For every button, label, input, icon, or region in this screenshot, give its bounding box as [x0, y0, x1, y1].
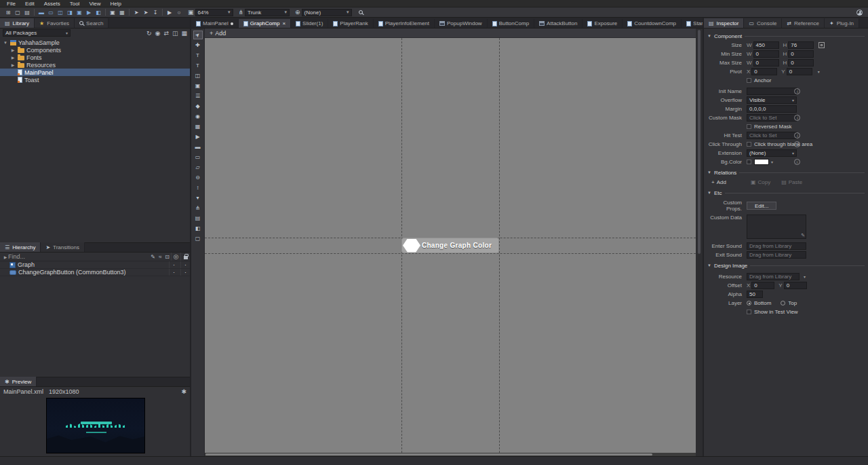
exit-sound-field[interactable]: Drag from Library — [747, 251, 806, 259]
extension-dropdown[interactable]: (None) ▾ — [747, 149, 797, 157]
insert-image-icon[interactable]: ▣ — [75, 8, 84, 16]
publish-icon[interactable]: ➤ — [132, 8, 141, 16]
size-w-field[interactable]: 450 — [753, 41, 779, 49]
pivot-y-field[interactable]: 0 — [787, 68, 812, 75]
package-filter-dropdown[interactable]: All Packages ▾ — [3, 29, 71, 37]
chevron-right-icon[interactable]: ▶ — [10, 62, 16, 67]
design-canvas[interactable]: Change Graph Color — [205, 38, 696, 453]
search-icon[interactable] — [359, 9, 363, 16]
enter-sound-field[interactable]: Drag from Library — [747, 242, 806, 250]
fullscreen-icon[interactable] — [818, 42, 825, 48]
bg-color-checkbox[interactable] — [747, 160, 751, 164]
progressbar-tool-icon[interactable]: ▱ — [193, 163, 203, 172]
section-component[interactable]: ▼ Component — [707, 31, 865, 41]
locate-icon[interactable]: ◉ — [155, 30, 161, 37]
tree-tool-icon[interactable]: ⋔ — [193, 204, 203, 212]
doc-tab-countdowncomp[interactable]: CountdownComp — [623, 19, 682, 28]
list-tool-icon[interactable]: ☰ — [193, 92, 203, 100]
lock-toggle[interactable]: · — [180, 261, 190, 268]
menu-tool[interactable]: Tool — [65, 1, 85, 7]
doc-tab-attackbutton[interactable]: AttackButton — [534, 19, 583, 28]
stop-loop-icon[interactable]: ○ — [174, 8, 184, 16]
tree-item-mainpanel[interactable]: MainPanel — [0, 69, 190, 76]
new-package-icon[interactable]: ⊞ — [3, 8, 13, 16]
combobox-tool-icon[interactable]: ▾ — [193, 193, 203, 202]
edit-icon[interactable]: ✎ — [801, 233, 805, 238]
slider-tool-icon[interactable]: ⊖ — [193, 173, 203, 182]
paste-relations-button[interactable]: ▤ Paste — [781, 179, 802, 185]
add-button[interactable]: Add — [215, 30, 226, 37]
scrollbar-thumb[interactable] — [205, 453, 652, 455]
overflow-dropdown[interactable]: Visible ▾ — [747, 96, 797, 104]
offset-x-field[interactable]: 0 — [751, 282, 774, 289]
zoom-level-dropdown[interactable]: 64% ▾ — [195, 9, 233, 16]
doc-tab-playerrank[interactable]: PlayerRank — [328, 19, 373, 28]
image-tool-icon[interactable]: ▣ — [193, 81, 203, 90]
doc-tab-startgame[interactable]: StartGame — [682, 19, 703, 28]
edit-icon[interactable]: ✎ — [151, 254, 155, 260]
section-etc[interactable]: ▼ Etc — [707, 188, 865, 198]
chevron-down-icon[interactable]: ▾ — [771, 160, 773, 164]
menu-help[interactable]: Help — [106, 1, 126, 7]
chevron-down-icon[interactable]: ▾ — [804, 274, 806, 279]
pivot-x-field[interactable]: 0 — [751, 68, 777, 75]
find-input[interactable]: Find... — [8, 253, 25, 260]
tab-search[interactable]: Search — [75, 18, 108, 28]
canvas-horizontal-scrollbar[interactable] — [205, 453, 696, 456]
richlist-tool-icon[interactable]: ▤ — [193, 214, 203, 223]
refresh-icon[interactable]: ↻ — [146, 30, 152, 37]
text-tool-icon[interactable]: T — [193, 51, 203, 60]
max-size-w-field[interactable]: 0 — [753, 59, 779, 67]
copy-relations-button[interactable]: ▣ Copy — [751, 179, 770, 185]
chevron-right-icon[interactable]: ▶ — [3, 255, 8, 259]
section-relations[interactable]: ▼ Relations — [707, 168, 865, 177]
insert-movieclip-icon[interactable]: ▶ — [84, 8, 94, 16]
select-tool-icon[interactable]: ➤ — [193, 31, 203, 39]
tree-item-resources[interactable]: ▶Resources — [0, 61, 190, 69]
window-tool-icon[interactable]: ▢ — [193, 234, 203, 243]
locale-dropdown[interactable]: (None) ▾ — [302, 9, 352, 16]
group-tool-icon[interactable]: ▦ — [193, 122, 203, 131]
loader-tool-icon[interactable]: ◉ — [193, 112, 203, 121]
export-icon[interactable]: ↧ — [151, 8, 160, 16]
size-h-field[interactable]: 76 — [788, 41, 814, 49]
reversed-mask-checkbox[interactable] — [747, 124, 751, 129]
tab-preview[interactable]: ✱ Preview — [0, 377, 37, 386]
graph-tool-icon[interactable]: ◆ — [193, 102, 203, 111]
min-size-h-field[interactable]: 0 — [788, 50, 814, 58]
chevron-down-icon[interactable]: ▾ — [818, 69, 820, 74]
section-design-image[interactable]: ▼ Design Image — [707, 261, 865, 270]
insert-slider-icon[interactable]: ◨ — [65, 8, 75, 16]
edit-custom-props-button[interactable]: Edit... — [747, 202, 776, 210]
add-relation-button[interactable]: + Add — [711, 179, 726, 185]
insert-component-icon[interactable]: ◧ — [94, 8, 103, 16]
hierarchy-row[interactable]: Graph·· — [0, 261, 190, 269]
curve-icon[interactable]: ≈ — [159, 254, 161, 260]
doc-tab-popupwindow[interactable]: PopupWindow — [435, 19, 488, 28]
layer-top-radio[interactable] — [781, 301, 785, 305]
richtext-tool-icon[interactable]: T — [193, 61, 203, 70]
gear-icon[interactable]: ✱ — [181, 388, 186, 395]
hierarchy-row[interactable]: ChangeGraphButton (CommonButton3)·· — [0, 269, 190, 276]
menu-edit[interactable]: Edit — [20, 1, 39, 7]
button-tool-icon[interactable]: ▬ — [193, 143, 203, 151]
tab-hierarchy[interactable]: ☰ Hierarchy — [0, 242, 41, 252]
doc-tab-buttoncomp[interactable]: ButtonComp — [488, 19, 534, 28]
change-graph-color-button[interactable]: Change Graph Color — [401, 238, 499, 253]
label-tool-icon[interactable]: ▭ — [193, 153, 203, 162]
branch-dropdown[interactable]: Trunk ▾ — [245, 9, 290, 16]
tab-inspector[interactable]: ▤ Inspector — [704, 18, 744, 28]
doc-tab-slider(1)[interactable]: Slider(1) — [291, 19, 328, 28]
eye-icon[interactable]: ◎ — [174, 253, 179, 260]
menu-assets[interactable]: Assets — [39, 1, 65, 7]
max-size-h-field[interactable]: 0 — [788, 59, 814, 67]
new-file-icon[interactable]: ▢ — [13, 8, 22, 16]
lock-toggle[interactable]: · — [180, 269, 190, 276]
offset-y-field[interactable]: 0 — [784, 282, 807, 289]
swap-icon[interactable]: ⇄ — [163, 30, 169, 37]
menu-file[interactable]: File — [2, 1, 20, 7]
anchor-checkbox[interactable] — [747, 78, 751, 83]
doc-tab-playerinfoelement[interactable]: PlayerInfoElement — [374, 19, 435, 28]
component-tool-icon[interactable]: ◧ — [193, 224, 203, 233]
insert-button-icon[interactable]: ▬ — [37, 8, 46, 16]
